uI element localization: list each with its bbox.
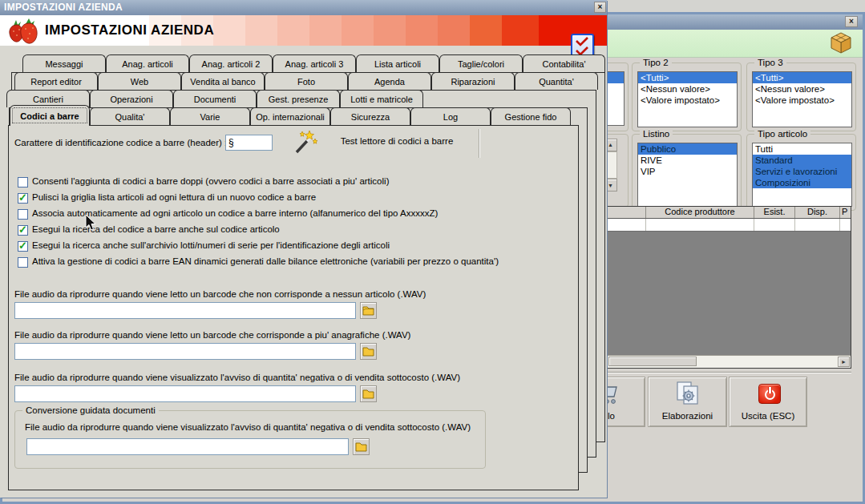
tab-lista-articoli[interactable]: Lista articoli [356, 54, 439, 72]
tab-codici-a-barre[interactable]: Codici a barre [10, 105, 90, 126]
documents-gear-icon [674, 381, 703, 406]
folder-browse-icon[interactable] [360, 385, 377, 402]
divider [479, 129, 479, 158]
screen: × Tipo 2 <Tutti> <Nessun valore> <Valore… [0, 0, 865, 504]
list-item[interactable]: <Tutti> [638, 72, 737, 83]
tab-report-editor[interactable]: Report editor [14, 72, 98, 90]
groupbox-title: Conversione guidata documenti [22, 405, 159, 415]
scroll-right-icon[interactable]: ► [838, 357, 850, 367]
tab-web[interactable]: Web [98, 72, 181, 90]
panel-title: Tipo 2 [640, 58, 672, 67]
list-item[interactable]: RIVE [638, 155, 737, 166]
barcode-header-input[interactable] [225, 135, 273, 151]
list-item[interactable]: Servizi e lavorazioni [753, 166, 851, 177]
tab-log[interactable]: Log [410, 107, 491, 125]
tab-riparazioni[interactable]: Riparazioni [431, 72, 515, 90]
tab-gest-presenze[interactable]: Gest. presenze [257, 90, 340, 107]
column-header[interactable]: Esist. [754, 207, 795, 218]
tab-taglie-colori[interactable]: Taglie/colori [439, 54, 523, 72]
button-label: Uscita (ESC) [730, 411, 806, 421]
horizontal-scrollbar[interactable]: ► [608, 355, 851, 368]
column-header[interactable]: Disp. [795, 207, 840, 218]
checkbox[interactable] [18, 257, 28, 268]
panel-tipo3: Tipo 3 <Tutti> <Nessun valore> <Valore i… [746, 62, 856, 131]
panel-title: Tipo articolo [754, 129, 810, 139]
tab-gestione-fido[interactable]: Gestione fido [491, 107, 571, 125]
list-item[interactable]: <Tutti> [753, 72, 851, 83]
column-header[interactable] [608, 207, 646, 218]
tab-documenti[interactable]: Documenti [173, 90, 257, 107]
checkbox-label: Consenti l'aggiunta di codici a barre do… [32, 176, 389, 186]
tab-contabilita[interactable]: Contabilita' [523, 54, 605, 72]
tab-quantita[interactable]: Quantita' [515, 72, 598, 90]
tab-anag-articoli-3[interactable]: Anag. articoli 3 [273, 54, 356, 72]
panel-title: Tipo 3 [754, 58, 786, 67]
table-row[interactable] [608, 219, 851, 232]
checkbox[interactable]: ✓ [18, 241, 28, 252]
tab-lotti-e-matricole[interactable]: Lotti e matricole [340, 90, 423, 107]
folder-browse-icon[interactable] [360, 343, 377, 360]
package-icon [829, 31, 853, 55]
list-item[interactable]: Standard [753, 155, 851, 166]
table-header: Codice produttore Esist. Disp. P [608, 207, 851, 219]
list-item[interactable]: Composizioni [753, 177, 851, 188]
tab-foto[interactable]: Foto [265, 72, 348, 90]
panel-tipo2: Tipo 2 <Tutti> <Nessun valore> <Valore i… [632, 62, 742, 131]
close-icon[interactable]: × [594, 2, 606, 13]
tipo3-listbox[interactable]: <Tutti> <Nessun valore> <Valore impostat… [752, 71, 852, 127]
column-header[interactable]: P [840, 207, 851, 218]
dialog-title: IMPOSTAZIONI AZIENDA [4, 2, 123, 13]
audio-field-label: File audio da riprodurre quando viene le… [14, 330, 410, 340]
articles-table: Codice produttore Esist. Disp. P ► [607, 206, 851, 369]
list-item[interactable]: <Valore impostato> [638, 95, 737, 106]
tab-anag-articoli[interactable]: Anag. articoli [106, 54, 189, 72]
uscita-button[interactable]: Uscita (ESC) [729, 377, 807, 427]
test-reader-button[interactable]: Test lettore di codici a barre [321, 136, 473, 146]
tab-varie[interactable]: Varie [170, 107, 250, 125]
audio-field-label: File audio da riprodurre quando viene vi… [14, 373, 460, 382]
dialog-header: IMPOSTAZIONI AZIENDA [0, 15, 607, 46]
checkbox-label: Esegui la ricerca anche sull'archivio lo… [32, 240, 390, 250]
conversion-audio-input[interactable] [26, 438, 349, 455]
tab-vendita-al-banco[interactable]: Vendita al banco [181, 72, 265, 90]
folder-browse-icon[interactable] [360, 302, 377, 319]
tipo-articolo-listbox[interactable]: Tutti Standard Servizi e lavorazioni Com… [752, 143, 852, 207]
audio-field-label: File audio da riprodurre quando viene vi… [25, 422, 471, 432]
audio-field-label: File audio da riprodurre quando viene le… [14, 289, 426, 299]
audio-file-input-1[interactable] [14, 302, 356, 319]
tipo2-listbox[interactable]: <Tutti> <Nessun valore> <Valore impostat… [637, 71, 738, 127]
checkbox[interactable] [18, 209, 28, 220]
tab-messaggi[interactable]: Messaggi [22, 54, 106, 72]
listino-listbox[interactable]: Pubblico RIVE VIP [637, 143, 738, 207]
conversione-groupbox: Conversione guidata documenti File audio… [14, 410, 486, 469]
page-title: IMPOSTAZIONI AZIENDA [45, 22, 214, 38]
list-item[interactable]: Pubblico [638, 143, 737, 155]
audio-file-input-3[interactable] [14, 385, 356, 402]
magic-wand-icon[interactable] [292, 129, 317, 156]
audio-file-input-2[interactable] [14, 343, 356, 360]
checkbox[interactable]: ✓ [18, 225, 28, 236]
mouse-cursor [85, 214, 97, 232]
tab-sicurezza[interactable]: Sicurezza [330, 107, 410, 125]
column-header[interactable]: Codice produttore [646, 207, 754, 218]
scrollbar-thumb[interactable] [608, 357, 697, 366]
panel-listino: Listino Pubblico RIVE VIP [632, 134, 742, 211]
list-item[interactable]: <Nessun valore> [638, 83, 737, 95]
list-item[interactable]: VIP [638, 166, 737, 177]
checkbox[interactable] [18, 177, 28, 187]
tab-qualita[interactable]: Qualita' [90, 107, 170, 125]
folder-browse-icon[interactable] [353, 438, 370, 455]
tab-anag-articoli-2[interactable]: Anag. articoli 2 [189, 54, 273, 72]
checkbox[interactable]: ✓ [18, 193, 28, 204]
tab-op-internazionali[interactable]: Op. internazionali [250, 107, 330, 125]
list-item[interactable]: <Valore impostato> [753, 95, 851, 106]
list-item[interactable]: <Nessun valore> [753, 83, 851, 95]
button-label: Elaborazioni [649, 411, 726, 421]
elaborazioni-button[interactable]: Elaborazioni [648, 377, 727, 427]
dialog-titlebar[interactable]: IMPOSTAZIONI AZIENDA × [0, 0, 607, 15]
close-icon[interactable]: × [845, 16, 858, 27]
tab-agenda[interactable]: Agenda [348, 72, 431, 90]
list-item[interactable]: Tutti [753, 143, 851, 155]
tab-operazioni[interactable]: Operazioni [90, 90, 173, 107]
impostazioni-azienda-dialog: IMPOSTAZIONI AZIENDA × IMPOSTAZIONI AZIE… [0, 0, 607, 498]
